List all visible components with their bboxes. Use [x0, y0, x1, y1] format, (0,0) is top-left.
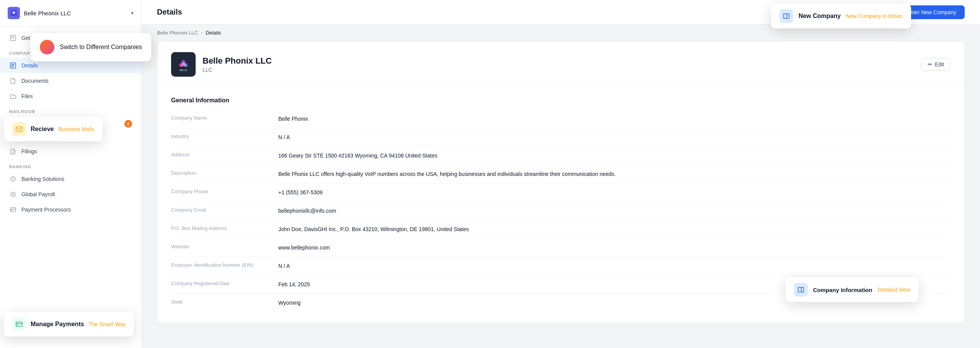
field-value-company-name: Belle Phonix [278, 115, 951, 123]
tooltip-manage-text: Manage Payments [31, 321, 84, 328]
tooltip-switch-companies[interactable]: Switch to Different Companies [31, 33, 151, 61]
field-label-description: Description [171, 170, 278, 176]
tooltip-company-info[interactable]: Company Information Detailed View [786, 277, 919, 302]
company-icon [8, 7, 20, 19]
svg-rect-7 [11, 210, 12, 211]
field-value-description: Belle Phonix LLC offers high-quality VoI… [278, 170, 951, 178]
company-header-info: Belle Phonix LLC LLC [203, 56, 272, 73]
tooltip-manage-sub: The Smart Way [89, 321, 126, 327]
get-started-icon [9, 34, 17, 42]
payment-icon [12, 317, 26, 331]
edit-label: Edit [935, 61, 944, 67]
tooltip-manage-payments[interactable]: Manage Payments The Smart Way [4, 312, 134, 337]
filings-icon [9, 148, 17, 155]
field-label-registered-date: Company Registered Date [171, 281, 278, 286]
edit-icon: ✏ [928, 61, 933, 67]
info-row-description: Description Belle Phonix LLC offers high… [171, 165, 951, 184]
tooltip-switch-text: Switch to Different Companies [60, 44, 142, 51]
info-row-ein: Employer Identification Number (EIN) N /… [171, 257, 951, 276]
tooltip-mailroom[interactable]: Recieve Business Mails [4, 117, 103, 141]
sidebar-item-label: Payment Processors [21, 207, 71, 213]
files-icon [9, 92, 17, 100]
sidebar-nav: Get Started COMPANY Details [0, 26, 141, 348]
banking-icon [9, 175, 17, 183]
field-value-website: www.bellephonix.com [278, 244, 951, 252]
sidebar-item-filings[interactable]: Filings [0, 144, 141, 159]
field-label-company-name: Company Name [171, 115, 278, 121]
info-row-address: Address 166 Geary Str STE 1500 #2163 Wyo… [171, 147, 951, 165]
info-row-industry: Industry N / A [171, 128, 951, 147]
field-value-address: 166 Geary Str STE 1500 #2163 Wyoming, CA… [278, 152, 951, 160]
info-row-po-box: P.O. Box Mailing Address John Doe, Davis… [171, 220, 951, 239]
breadcrumb-current: Details [206, 30, 221, 36]
breadcrumb-separator: › [201, 30, 203, 36]
svg-rect-16 [17, 325, 18, 325]
page-title: Details [157, 8, 182, 16]
tooltip-new-company-label: New Company [799, 13, 841, 20]
field-label-ein: Employer Identification Number (EIN) [171, 262, 278, 268]
field-value-ein: N / A [278, 262, 951, 270]
company-header-name: Belle Phonix LLC [203, 56, 272, 66]
field-label-industry: Industry [171, 133, 278, 139]
sidebar-item-documents[interactable]: Documents [0, 73, 141, 89]
tooltip-new-company-sub: New Company in 60sec [846, 13, 903, 19]
book-icon [779, 9, 793, 23]
svg-rect-6 [10, 208, 16, 212]
payroll-icon [9, 190, 17, 198]
payment-processors-icon [9, 206, 17, 213]
sidebar-item-label: Banking Solutions [21, 176, 64, 182]
svg-point-12 [181, 62, 185, 66]
details-icon [9, 62, 17, 69]
field-label-address: Address [171, 152, 278, 158]
info-row-phone: Company Phone +1 (555) 367-5309 [171, 184, 951, 202]
avatar-icon [40, 40, 54, 54]
documents-icon [9, 77, 17, 85]
sidebar-item-label: Files [21, 93, 33, 99]
field-label-state: State [171, 299, 278, 305]
card-header: BELLE Belle Phonix LLC LLC ✏ Edit [157, 41, 964, 88]
tooltip-mailroom-sub: Business Mails [59, 126, 94, 132]
field-label-email: Company Email [171, 207, 278, 213]
company-name: Belle Pheonix LLC [24, 10, 131, 16]
info-row-email: Company Email bellephonixllc@info.com [171, 202, 951, 220]
field-value-phone: +1 (555) 367-5309 [278, 189, 951, 197]
company-logo: BELLE [171, 52, 196, 77]
info-row-company-name: Company Name Belle Phonix [171, 110, 951, 128]
info-row-website: Website www.bellephonix.com [171, 239, 951, 257]
svg-text:BELLE: BELLE [180, 69, 187, 71]
tooltip-company-info-label: Company Information [813, 287, 872, 293]
section-mailroom: MAILROOM [0, 104, 141, 116]
sidebar-item-files[interactable]: Files [0, 89, 141, 104]
tooltip-company-info-sub: Detailed View [878, 287, 910, 293]
mail-icon [12, 122, 26, 136]
mail-badge: 2 [124, 120, 132, 128]
general-info-title: General Information [157, 88, 964, 110]
field-label-po-box: P.O. Box Mailing Address [171, 225, 278, 231]
svg-rect-14 [16, 127, 22, 131]
company-header-type: LLC [203, 67, 272, 73]
tooltip-new-company[interactable]: New Company New Company in 60sec [771, 4, 911, 28]
field-value-email: bellephonixllc@info.com [278, 207, 951, 215]
sidebar-item-payment-processors[interactable]: Payment Processors [0, 202, 141, 217]
chevron-down-icon: ▾ [131, 10, 134, 16]
company-selector[interactable]: Belle Pheonix LLC ▾ [0, 0, 141, 26]
sidebar-item-banking[interactable]: Banking Solutions [0, 171, 141, 187]
field-value-industry: N / A [278, 133, 951, 141]
sidebar-item-label: Documents [21, 78, 49, 84]
section-banking: BANKING [0, 159, 141, 171]
tooltip-mailroom-receive: Recieve [31, 126, 54, 133]
svg-rect-15 [16, 322, 22, 327]
sidebar-item-label: Filings [21, 148, 37, 154]
edit-button[interactable]: ✏ Edit [921, 58, 951, 71]
field-label-phone: Company Phone [171, 189, 278, 194]
company-info-book-icon [794, 283, 808, 297]
field-value-po-box: John Doe, DavisGHI Inc., P.O. Box 43210,… [278, 225, 951, 233]
field-label-website: Website [171, 244, 278, 250]
sidebar-item-label: Global Payroll [21, 191, 55, 197]
sidebar-item-label: Details [21, 62, 38, 69]
sidebar-item-payroll[interactable]: Global Payroll [0, 187, 141, 202]
company-logo-container: BELLE Belle Phonix LLC LLC [171, 52, 272, 77]
breadcrumb-parent[interactable]: Belle Pheonix LLC [157, 30, 198, 36]
